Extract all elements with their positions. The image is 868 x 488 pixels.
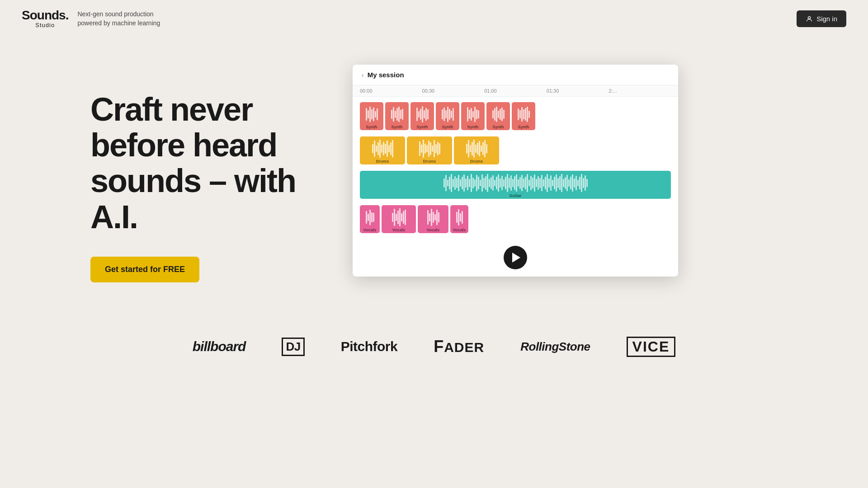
synth-clips: Synth Synth (360, 102, 535, 130)
timeline-mark-2: 01:00 (484, 88, 547, 94)
header-left: Sounds. Studio Next-gen sound production… (22, 9, 160, 28)
vocals-clip-3[interactable]: Vocals (418, 205, 448, 233)
vocals-track-row: Vocals Vocals (360, 203, 671, 235)
press-logo-djmag: DJ (282, 338, 304, 356)
synth-label: Synth (467, 124, 478, 130)
synth-clip-5[interactable]: Synth (461, 102, 485, 130)
synth-label: Synth (391, 124, 402, 130)
logo-studio: Studio (22, 22, 68, 28)
press-section: billboard DJ Pitchfork FADER RollingSton… (0, 310, 868, 393)
guitar-label: Guitar (509, 192, 522, 199)
synth-clip-2[interactable]: Synth (385, 102, 409, 130)
timeline-mark-0: 00:00 (360, 88, 422, 94)
header-tagline: Next-gen sound production powered by mac… (77, 10, 160, 28)
drums-clip-2[interactable]: Drums (407, 136, 452, 164)
synth-label: Synth (366, 124, 377, 130)
daw-title: My session (368, 71, 404, 79)
daw-header: ‹ My session (353, 65, 678, 85)
user-icon (806, 15, 813, 23)
timeline-mark-1: 00:30 (422, 88, 485, 94)
logo: Sounds. Studio (22, 9, 68, 28)
back-icon: ‹ (362, 71, 364, 79)
press-logo-vice: VICE (627, 337, 676, 357)
timeline-mark-4: 2:... (609, 88, 671, 94)
vocals-label: Vocals (392, 227, 405, 233)
guitar-clip-1[interactable]: Guitar (360, 171, 671, 199)
daw-window: ‹ My session 00:00 00:30 01:00 01:30 2:.… (353, 65, 678, 277)
synth-clip-4[interactable]: Synth (436, 102, 459, 130)
timeline-mark-3: 01:30 (547, 88, 609, 94)
vocals-label: Vocals (453, 227, 466, 233)
synth-clip-3[interactable]: Synth (410, 102, 434, 130)
guitar-track-row: Guitar (360, 169, 671, 201)
main-content: Craft never before heard sounds – with A… (0, 38, 868, 310)
cta-button[interactable]: Get started for FREE (90, 257, 199, 282)
drums-track-row: Drums Drums (360, 135, 671, 166)
drums-label: Drums (423, 158, 436, 164)
press-logo-pitchfork: Pitchfork (341, 339, 398, 354)
synth-clip-7[interactable]: Synth (512, 102, 535, 130)
drums-label: Drums (376, 158, 389, 164)
hero-heading: Craft never before heard sounds – with A… (90, 92, 326, 235)
vocals-clip-2[interactable]: Vocals (382, 205, 416, 233)
vocals-clip-4[interactable]: Vocals (450, 205, 468, 233)
press-logo-fader: FADER (434, 337, 484, 356)
header: Sounds. Studio Next-gen sound production… (0, 0, 868, 38)
vocals-clips: Vocals Vocals (360, 205, 468, 233)
logo-sounds: Sounds. (22, 9, 68, 22)
synth-label: Synth (416, 124, 428, 130)
drums-label: Drums (470, 158, 483, 164)
synth-label: Synth (518, 124, 529, 130)
timeline: 00:00 00:30 01:00 01:30 2:... (353, 85, 678, 97)
synth-clip-6[interactable]: Synth (486, 102, 510, 130)
sign-in-button[interactable]: Sign in (797, 10, 846, 27)
press-logo-rollingstone: RollingStone (520, 340, 590, 354)
hero-text: Craft never before heard sounds – with A… (90, 65, 326, 282)
synth-label: Synth (492, 124, 504, 130)
vocals-label: Vocals (427, 227, 439, 233)
press-logo-billboard: billboard (193, 339, 246, 354)
vocals-label: Vocals (363, 227, 376, 233)
svg-point-0 (808, 16, 810, 19)
daw-footer (353, 239, 678, 277)
synth-track-row: Synth Synth (360, 100, 671, 132)
drums-clips: Drums Drums (360, 136, 499, 164)
drums-clip-1[interactable]: Drums (360, 136, 405, 164)
vocals-clip-1[interactable]: Vocals (360, 205, 380, 233)
synth-clip-1[interactable]: Synth (360, 102, 383, 130)
tracks-container: Synth Synth (353, 97, 678, 239)
synth-label: Synth (442, 124, 453, 130)
play-button[interactable] (504, 246, 527, 269)
drums-clip-3[interactable]: Drums (454, 136, 499, 164)
